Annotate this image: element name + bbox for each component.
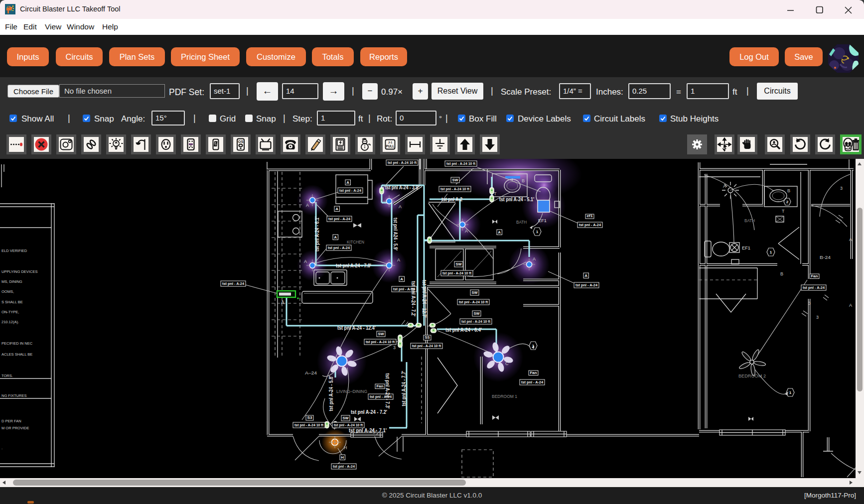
svg-text:A: A [723, 184, 726, 189]
svg-text:MS, DINING: MS, DINING [1, 279, 22, 284]
svg-text:SW: SW [343, 416, 349, 420]
svg-text:BEDROOM 2: BEDROOM 2 [738, 373, 766, 378]
svg-text:1: 1 [770, 250, 772, 254]
svg-text:tst pnl - A-24: tst pnl - A-24 [222, 281, 244, 286]
svg-text:210.12(A).: 210.12(A). [1, 320, 19, 324]
svg-text:ON-TYPE,: ON-TYPE, [1, 310, 19, 314]
svg-text:SS: SS [425, 335, 431, 340]
svg-text:tst pnl A-24 - 7.3': tst pnl A-24 - 7.3' [385, 374, 391, 409]
svg-text:2: 2 [786, 200, 789, 204]
svg-text:A: A [849, 237, 852, 242]
svg-text:tst pnl A-2: tst pnl A-2 [441, 196, 462, 202]
svg-text:tst pnl A-24 - 12.4': tst pnl A-24 - 12.4' [337, 325, 376, 331]
svg-text:A: A [306, 203, 309, 208]
svg-text:tst pnl - A-24 10 ft: tst pnl - A-24 10 ft [461, 319, 490, 324]
svg-text:A: A [335, 207, 338, 211]
svg-text:A: A [533, 256, 536, 261]
svg-text:A–24: A–24 [305, 371, 317, 376]
svg-text:1: 1 [789, 390, 792, 395]
svg-text:OOMS,: OOMS, [1, 289, 14, 294]
svg-text:tst pnl - A-24 10 ft: tst pnl - A-24 10 ft [440, 187, 469, 191]
svg-text:A: A [281, 300, 285, 305]
svg-text:BATH: BATH [744, 218, 755, 223]
svg-text:tst pnl A-24 - 7.2': tst pnl A-24 - 7.2' [351, 409, 387, 415]
svg-text:tst pnl - A-24 10 ft: tst pnl - A-24 10 ft [442, 271, 471, 275]
svg-text:PULL: PULL [386, 144, 395, 148]
svg-text:ELD VERIFIED: ELD VERIFIED [1, 249, 27, 253]
svg-text:tst pnl - A-24: tst pnl - A-24 [328, 217, 350, 221]
svg-text:SW: SW [452, 178, 458, 182]
svg-text:B: B [522, 178, 525, 183]
svg-text:tst pnl - A-24 10 ft: tst pnl - A-24 10 ft [412, 344, 441, 348]
svg-text:UPPLYING DEVICES: UPPLYING DEVICES [1, 269, 37, 274]
svg-text:J-1: J-1 [388, 141, 393, 144]
svg-text:B: B [780, 271, 783, 276]
svg-text:3: 3 [808, 301, 811, 306]
svg-text:OS: OS [238, 139, 244, 144]
svg-text:B: B [787, 188, 790, 193]
svg-text:SW: SW [472, 290, 478, 295]
svg-text:tst pnl - A-24 10 ft: tst pnl - A-24 10 ft [294, 423, 323, 427]
svg-text:tst pnl - A-24 10 ft: tst pnl - A-24 10 ft [459, 300, 488, 304]
svg-text:C: C [329, 357, 332, 362]
svg-text:Fan: Fan [811, 274, 818, 278]
svg-text:tst pnl - A-24 10 ft: tst pnl - A-24 10 ft [388, 160, 417, 165]
svg-text:tst pnl - A-24 10 ft: tst pnl - A-24 10 ft [366, 340, 395, 344]
svg-text:T: T [782, 209, 785, 214]
svg-text:S SHALL BE: S SHALL BE [1, 300, 23, 304]
svg-text:Fan: Fan [377, 384, 384, 388]
svg-text:tst pnl A-24 - 5.8': tst pnl A-24 - 5.8' [328, 376, 334, 411]
svg-text:A: A [346, 180, 349, 185]
svg-text:3: 3 [840, 186, 843, 191]
svg-text:1: 1 [532, 344, 535, 348]
svg-text:ef1: ef1 [587, 214, 593, 218]
svg-text:D PER FAN: D PER FAN [1, 419, 21, 423]
svg-text:A: A [400, 277, 403, 281]
svg-text:SW: SW [378, 332, 384, 336]
svg-text:EF1: EF1 [742, 245, 750, 251]
svg-text:TORS.: TORS. [1, 374, 13, 378]
svg-text:C: C [505, 361, 509, 366]
svg-text:tst pnl A-24 - 6.4': tst pnl A-24 - 6.4' [445, 327, 482, 333]
svg-text:A: A [584, 273, 587, 278]
svg-text:tst pnl A-24 - 7.7': tst pnl A-24 - 7.7' [401, 371, 407, 406]
svg-text:tst pnl A24 - 5.9': tst pnl A24 - 5.9' [393, 218, 399, 251]
svg-text:tst pnl - A-24: tst pnl - A-24 [328, 246, 350, 250]
svg-text:H: H [344, 445, 347, 450]
svg-text:3: 3 [393, 345, 396, 350]
svg-text:BATH: BATH [516, 219, 527, 225]
svg-text:NG FIXTURES: NG FIXTURES [1, 393, 26, 398]
svg-text:H: H [341, 455, 344, 460]
svg-text:tst pnl - A-24 10 ft: tst pnl - A-24 10 ft [334, 423, 363, 427]
svg-text:B-24: B-24 [820, 254, 831, 260]
svg-text:tst pnl A-24 - 7.0': tst pnl A-24 - 7.0' [336, 262, 371, 268]
svg-text:tst pnl A-24 - 7.2': tst pnl A-24 - 7.2' [411, 281, 417, 317]
svg-text:M OR PROVIDE: M OR PROVIDE [1, 426, 29, 430]
svg-text:A: A [334, 235, 337, 240]
svg-text:tst pnl - A-24: tst pnl - A-24 [339, 188, 361, 193]
svg-text:1: 1 [536, 230, 539, 234]
svg-text:A: A [304, 259, 307, 264]
svg-text:SW: SW [456, 262, 462, 266]
svg-text:SW: SW [474, 311, 480, 316]
svg-text:tst pnl - A-24: tst pnl - A-24 [521, 380, 543, 384]
svg-text:ACLES SHALL BE: ACLES SHALL BE [1, 352, 32, 357]
svg-text:A: A [498, 230, 501, 235]
svg-text:.: . [1, 446, 2, 450]
svg-text:EF1: EF1 [538, 218, 547, 223]
svg-text:A: A [399, 204, 402, 209]
svg-text:3: 3 [816, 315, 819, 320]
svg-text:KITCHEN: KITCHEN [347, 239, 364, 245]
svg-text:tst pnl - A-24: tst pnl - A-24 [803, 285, 825, 290]
svg-text:LIVING–DINING: LIVING–DINING [336, 388, 367, 394]
svg-text:tst pnl - A-24: tst pnl - A-24 [576, 283, 597, 287]
svg-text:tst pnl A-24 - 12.7': tst pnl A-24 - 12.7' [422, 280, 428, 318]
svg-text:Fan: Fan [530, 371, 537, 375]
svg-text:tst pnl - A-24: tst pnl - A-24 [579, 223, 601, 227]
svg-text:tst pnl - A-24 10 ft: tst pnl - A-24 10 ft [446, 161, 475, 166]
svg-text:A: A [397, 257, 400, 262]
svg-text:T: T [494, 191, 497, 196]
svg-text:tst pnl A-24 - 5.1': tst pnl A-24 - 5.1' [499, 196, 534, 202]
svg-text:A: A [849, 303, 852, 308]
svg-text:A: A [465, 229, 468, 234]
